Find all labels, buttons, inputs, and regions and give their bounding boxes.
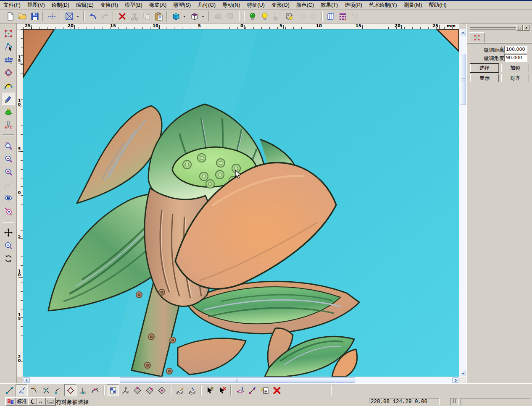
wireframe-view-dropdown[interactable] [200, 10, 207, 23]
save-file-button[interactable] [29, 10, 41, 23]
new-file-button[interactable] [4, 10, 16, 23]
zoom-actual-button[interactable] [2, 239, 15, 252]
snap-perpendicular-button[interactable] [76, 384, 89, 396]
rect-select-button[interactable] [63, 10, 75, 23]
menu-item-5[interactable]: 变换(R) [97, 1, 121, 9]
shaded-view-button[interactable] [170, 10, 182, 23]
ime-punct-toggle[interactable]: ,, [37, 398, 46, 406]
node-edit-button[interactable] [2, 40, 15, 53]
menu-item-17[interactable]: 测量(M) [400, 1, 426, 9]
light-green-button[interactable] [246, 10, 258, 23]
snap-node-button[interactable] [64, 384, 76, 396]
snap-axis-button[interactable]: zx [119, 384, 131, 396]
scroll-right-button[interactable] [452, 377, 458, 383]
swap-colors-button[interactable] [283, 10, 295, 23]
select-button[interactable]: 选择 [470, 64, 499, 72]
plane-project-button[interactable] [234, 384, 246, 396]
menu-item-9[interactable]: 几何(G) [194, 1, 219, 9]
fine-tune-distance-input[interactable]: 100.000 [504, 46, 527, 53]
align-button[interactable]: 对齐 [501, 74, 529, 82]
menu-item-7[interactable]: 橡皮(A) [146, 1, 170, 9]
shaded-view-dropdown[interactable] [182, 10, 188, 23]
undo-button[interactable] [87, 10, 99, 23]
grid-plane-center-button[interactable] [155, 384, 168, 396]
inspect-view-button[interactable] [2, 204, 15, 217]
menu-item-6[interactable]: 模型(B) [121, 1, 146, 9]
paste-button[interactable] [153, 10, 165, 23]
layer-snap-up-button[interactable] [186, 384, 198, 396]
refresh-view-button[interactable] [2, 252, 15, 265]
menu-item-1[interactable]: 文件(F) [0, 1, 24, 9]
scroll-up-button[interactable] [460, 30, 466, 36]
marquee-select-button[interactable] [2, 27, 15, 40]
snap-arc-button[interactable] [52, 384, 64, 396]
grid-plane-top-button[interactable] [131, 384, 143, 396]
zoom-window-button[interactable] [2, 139, 15, 152]
light-yellow-button[interactable] [258, 10, 271, 23]
wireframe-view-button[interactable] [188, 10, 200, 23]
snap-tangent-button[interactable] [89, 384, 101, 396]
menu-item-14[interactable]: 效果(T) [317, 1, 341, 9]
menu-item-15[interactable]: 选项(P) [341, 1, 366, 9]
tab-fine-tune[interactable] [469, 32, 485, 43]
snap-converge-button[interactable] [16, 384, 28, 396]
scroll-down-button[interactable] [460, 370, 466, 376]
layer-snap-down-button[interactable] [174, 384, 186, 396]
pick-list-button[interactable] [258, 384, 271, 396]
show-eye-button[interactable] [2, 191, 15, 204]
ime-logo-button[interactable] [5, 398, 16, 406]
menu-item-11[interactable]: 特征(U) [243, 1, 268, 9]
pan-view-button[interactable] [2, 226, 15, 239]
menu-item-4[interactable]: 编辑(E) [73, 1, 97, 9]
lock-button[interactable]: 加锁 [501, 64, 529, 72]
panel-grip[interactable] [470, 28, 517, 30]
rect-select-dropdown[interactable] [75, 10, 82, 23]
ime-mode-button[interactable]: 标准 [16, 398, 28, 406]
relief-tool-button[interactable] [2, 105, 15, 118]
menu-item-18[interactable]: 帮助(H) [425, 1, 450, 9]
pick-delete-button[interactable] [216, 384, 228, 396]
menu-item-16[interactable]: 艺术绘制(Y) [366, 1, 400, 9]
curve-tool-button[interactable] [2, 79, 15, 92]
vertical-scrollbar[interactable] [459, 29, 466, 377]
menu-item-8[interactable]: 雕塑(S) [170, 1, 194, 9]
cutter-tool-button[interactable]: NC [2, 118, 15, 131]
vertical-scroll-thumb[interactable] [460, 54, 466, 105]
smudge-tool-button[interactable] [2, 92, 15, 105]
zoom-out-button[interactable] [2, 152, 15, 165]
menu-item-13[interactable]: 颜色(C) [293, 1, 317, 9]
ime-keyboard-button[interactable] [46, 398, 55, 406]
scroll-left-button[interactable] [24, 377, 30, 383]
fine-tune-angle-input[interactable]: 90.000 [504, 54, 527, 62]
panel-maximize-button[interactable]: □ [516, 25, 523, 31]
menu-item-3[interactable]: 绘制(D) [48, 1, 73, 9]
measure-project-button[interactable] [246, 384, 258, 396]
unit-toggle[interactable]: U [450, 398, 459, 405]
shape-tool-button[interactable] [2, 66, 15, 79]
open-file-button[interactable] [16, 10, 29, 23]
delete-button[interactable] [116, 10, 128, 23]
snap-grid-button[interactable] [107, 384, 119, 396]
ime-shape-toggle[interactable] [28, 398, 37, 406]
pages-view-button[interactable] [324, 10, 337, 23]
snap-corner-button[interactable] [28, 384, 40, 396]
menu-item-10[interactable]: 导动(N) [219, 1, 243, 9]
horizontal-scrollbar[interactable] [23, 377, 459, 383]
snap-endpoint-button[interactable] [3, 384, 16, 396]
delete-all-button[interactable] [271, 384, 283, 396]
ruler-major-tick [283, 25, 284, 29]
zoom-in-button[interactable] [2, 165, 15, 178]
menu-item-12[interactable]: 变形(O) [268, 1, 293, 9]
data-table-button[interactable] [337, 10, 349, 23]
pick-point-button[interactable] [204, 384, 216, 396]
grid-plane-right-button[interactable] [143, 384, 155, 396]
menu-item-2[interactable]: 视图(V) [24, 1, 48, 9]
crosshair-button[interactable] [46, 10, 58, 23]
text-tool-button[interactable]: abc [2, 53, 15, 66]
chevron-up-icon [461, 31, 466, 36]
show-button[interactable]: 显示 [470, 74, 499, 82]
panel-close-button[interactable]: × [523, 25, 529, 31]
drawing-canvas[interactable] [23, 29, 459, 377]
horizontal-scroll-thumb[interactable] [120, 377, 355, 383]
snap-intersection-button[interactable] [40, 384, 52, 396]
